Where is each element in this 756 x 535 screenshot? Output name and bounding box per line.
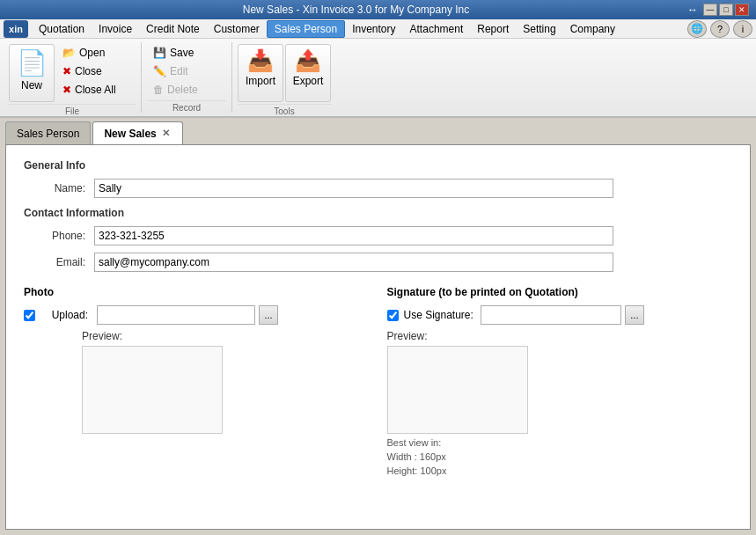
menu-sales-person[interactable]: Sales Person [267,20,345,38]
ribbon-file-group: 📄 New 📂 Open ✖ Close ✖ Close All File [4,42,142,113]
menu-report[interactable]: Report [470,20,516,38]
general-info-title: General Info [24,159,732,172]
tools-group-label: Tools [238,104,331,116]
menu-invoice[interactable]: Invoice [92,20,139,38]
file-small-buttons: 📂 Open ✖ Close ✖ Close All [56,44,136,99]
signature-title: Signature (to be printed on Quotation) [387,286,733,298]
info-icon[interactable]: i [733,20,752,38]
signature-box: Signature (to be printed on Quotation) U… [387,286,733,476]
menu-inventory[interactable]: Inventory [345,20,402,38]
photo-sig-section: Photo Upload: ... Preview: Signature (to… [24,286,732,476]
window-controls: ↔ — □ ✕ [687,4,749,16]
photo-checkbox[interactable] [24,310,35,321]
phone-row: Phone: [24,226,732,246]
contact-info-title: Contact Information [24,207,732,219]
new-icon: 📄 [17,48,48,77]
name-input[interactable] [94,179,613,198]
menu-setting[interactable]: Setting [516,20,562,38]
photo-browse-button[interactable]: ... [259,305,278,325]
email-row: Email: [24,253,732,272]
window-title: New Sales - Xin Invoice 3.0 for My Compa… [25,4,687,16]
photo-title: Photo [24,286,370,298]
email-label: Email: [24,256,94,268]
import-icon: 📥 [247,48,274,73]
help-icon[interactable]: ? [710,20,730,38]
photo-preview-label: Preview: [82,330,370,342]
sig-preview-box [387,346,528,434]
main-content: General Info Name: Contact Information P… [5,144,751,530]
ribbon-record-buttons: 💾 Save ✏️ Edit 🗑 Delete [147,44,226,99]
export-icon: 📤 [295,48,321,73]
close-button[interactable]: ✖ Close [56,62,136,80]
delete-icon: 🗑 [153,84,164,96]
export-button[interactable]: 📤 Export [285,44,331,102]
photo-box: Photo Upload: ... Preview: [24,286,370,476]
app-logo: xin [4,20,28,38]
phone-label: Phone: [24,230,94,242]
new-button[interactable]: 📄 New [9,44,55,102]
tab-close-icon[interactable]: ✕ [160,128,172,139]
edit-icon: ✏️ [153,65,166,77]
use-signature-checkbox[interactable] [387,310,399,321]
email-input[interactable] [94,253,613,272]
close-all-button[interactable]: ✖ Close All [56,81,136,99]
phone-input[interactable] [94,226,613,246]
photo-upload-row: Upload: ... [24,305,370,325]
open-icon: 📂 [62,47,76,59]
sig-hint-width: Width : 160px [387,451,733,462]
ribbon-tools-buttons: 📥 Import 📤 Export [238,44,331,102]
tabs-bar: Sales Person New Sales ✕ [0,118,756,144]
content-wrapper: General Info Name: Contact Information P… [0,144,756,535]
save-button[interactable]: 💾 Save [147,44,226,62]
photo-preview-box [82,346,223,434]
name-row: Name: [24,179,732,198]
minimize-button[interactable]: — [703,4,717,16]
menu-company[interactable]: Company [563,20,622,38]
menu-quotation[interactable]: Quotation [32,20,92,38]
sig-upload-input[interactable] [481,305,621,325]
sig-preview-label: Preview: [387,330,733,342]
maximize-button[interactable]: □ [719,4,733,16]
ribbon-record-group: 💾 Save ✏️ Edit 🗑 Delete Record [142,42,232,113]
ribbon: 📄 New 📂 Open ✖ Close ✖ Close All File [0,39,756,118]
photo-upload-input[interactable] [97,305,255,325]
menu-customer[interactable]: Customer [207,20,267,38]
record-group-label: Record [147,100,226,113]
tab-sales-person[interactable]: Sales Person [5,121,91,144]
sig-browse-button[interactable]: ... [625,305,644,325]
tab-new-sales[interactable]: New Sales ✕ [92,121,182,144]
menu-bar: xin Quotation Invoice Credit Note Custom… [0,19,756,39]
sig-hint-view: Best view in: [387,437,733,448]
menu-credit-note[interactable]: Credit Note [139,20,207,38]
ribbon-file-buttons: 📄 New 📂 Open ✖ Close ✖ Close All [9,44,136,102]
import-button[interactable]: 📥 Import [238,44,283,102]
close-window-button[interactable]: ✕ [735,4,749,16]
edit-button[interactable]: ✏️ Edit [147,62,226,80]
close-icon: ✖ [62,65,71,77]
use-signature-label: Use Signature: [404,309,473,321]
resize-arrow-icon: ↔ [687,4,698,16]
name-label: Name: [24,182,94,194]
sig-upload-row: Use Signature: ... [387,305,733,325]
save-icon: 💾 [153,47,166,59]
file-group-label: File [9,104,136,116]
delete-button[interactable]: 🗑 Delete [147,81,226,99]
web-icon[interactable]: 🌐 [687,20,707,38]
photo-upload-label: Upload: [40,309,93,321]
title-bar: New Sales - Xin Invoice 3.0 for My Compa… [0,0,756,19]
ribbon-tools-group: 📥 Import 📤 Export Tools [232,42,336,113]
close-all-icon: ✖ [62,84,71,96]
open-button[interactable]: 📂 Open [56,44,136,62]
sig-hint-height: Height: 100px [387,465,733,476]
menu-attachment[interactable]: Attachment [403,20,471,38]
